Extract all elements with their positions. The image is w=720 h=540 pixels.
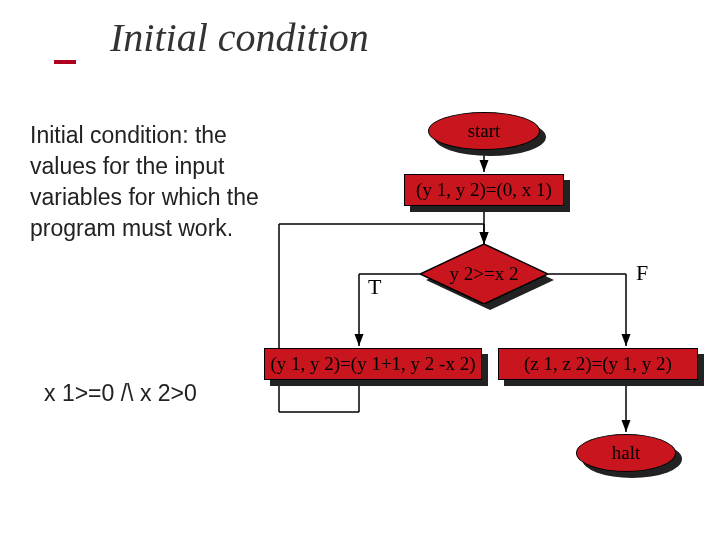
flow-init-label: (y 1, y 2)=(0, x 1) — [404, 174, 564, 206]
flow-test-label: y 2>=x 2 — [420, 244, 548, 304]
flow-false-label: (z 1, z 2)=(y 1, y 2) — [498, 348, 698, 380]
flow-true-label: (y 1, y 2)=(y 1+1, y 2 -x 2) — [264, 348, 482, 380]
flow-start-label: start — [428, 112, 540, 150]
flow-test: y 2>=x 2 — [420, 244, 548, 304]
page-title: Initial condition — [110, 14, 369, 61]
title-bullet — [54, 60, 76, 64]
flow-start: start — [428, 112, 540, 150]
flow-true-branch: (y 1, y 2)=(y 1+1, y 2 -x 2) — [264, 348, 482, 380]
flow-halt: halt — [576, 434, 676, 472]
flow-halt-label: halt — [576, 434, 676, 472]
branch-label-false: F — [636, 260, 648, 286]
initial-condition-expression: x 1>=0 /\ x 2>0 — [44, 380, 197, 407]
flow-false-branch: (z 1, z 2)=(y 1, y 2) — [498, 348, 698, 380]
branch-label-true: T — [368, 274, 381, 300]
definition-text: Initial condition: the values for the in… — [30, 120, 290, 244]
flow-init: (y 1, y 2)=(0, x 1) — [404, 174, 564, 206]
